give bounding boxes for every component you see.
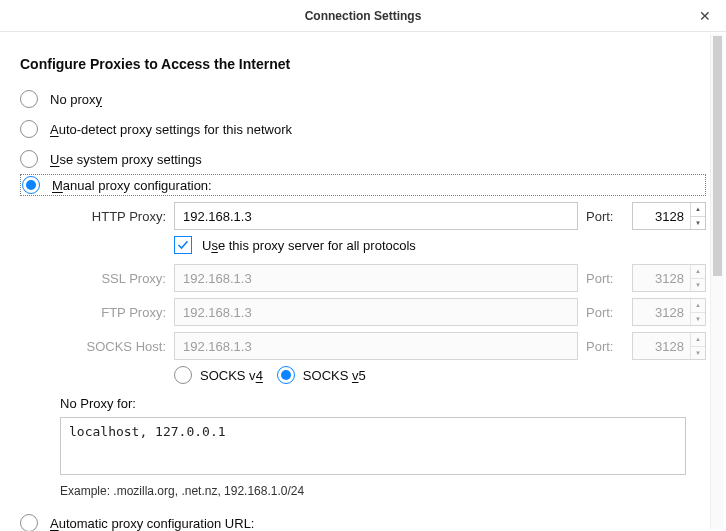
option-manual-proxy[interactable]: Manual proxy configuration:	[20, 174, 706, 196]
option-label: Automatic proxy configuration URL:	[50, 516, 254, 531]
option-socks-v5[interactable]: SOCKS v5	[277, 366, 366, 384]
spinner-down-icon: ▼	[691, 279, 705, 292]
titlebar: Connection Settings ✕	[0, 0, 726, 32]
option-no-proxy[interactable]: No proxy	[20, 84, 706, 114]
scroll-area: Configure Proxies to Access the Internet…	[0, 32, 726, 531]
socks-port-value: 3128	[633, 333, 690, 359]
ftp-port-value: 3128	[633, 299, 690, 325]
option-system-proxy[interactable]: Use system proxy settings	[20, 144, 706, 174]
manual-proxy-rows: HTTP Proxy: Port: 3128 ▲ ▼ Use this prox…	[60, 202, 706, 498]
option-auto-detect[interactable]: Auto-detect proxy settings for this netw…	[20, 114, 706, 144]
ssl-proxy-host-input	[174, 264, 578, 292]
spinner-buttons: ▲ ▼	[690, 203, 705, 229]
no-proxy-for-input[interactable]	[60, 417, 686, 475]
spinner-up-icon: ▲	[691, 333, 705, 347]
ssl-port-value: 3128	[633, 265, 690, 291]
socks-port-label: Port:	[586, 339, 624, 354]
http-proxy-host-input[interactable]	[174, 202, 578, 230]
ssl-port-label: Port:	[586, 271, 624, 286]
spinner-up-icon: ▲	[691, 299, 705, 313]
spinner-up-icon: ▲	[691, 265, 705, 279]
http-proxy-row: HTTP Proxy: Port: 3128 ▲ ▼	[60, 202, 706, 230]
spinner-down-icon: ▼	[691, 313, 705, 326]
radio-icon	[20, 120, 38, 138]
ssl-proxy-label: SSL Proxy:	[60, 271, 166, 286]
checkbox-checked-icon	[174, 236, 192, 254]
radio-icon	[174, 366, 192, 384]
ftp-proxy-host-input	[174, 298, 578, 326]
section-heading: Configure Proxies to Access the Internet	[20, 56, 706, 72]
option-auto-config-url[interactable]: Automatic proxy configuration URL:	[20, 508, 706, 531]
radio-icon	[277, 366, 295, 384]
http-port-label: Port:	[586, 209, 624, 224]
option-label: Use system proxy settings	[50, 152, 202, 167]
radio-icon	[22, 176, 40, 194]
socks-host-label: SOCKS Host:	[60, 339, 166, 354]
option-label: Manual proxy configuration:	[52, 178, 212, 193]
spinner-down-icon: ▼	[691, 347, 705, 360]
scrollbar-thumb[interactable]	[713, 36, 722, 276]
socks-port-spinner: 3128 ▲▼	[632, 332, 706, 360]
ftp-proxy-row: FTP Proxy: Port: 3128 ▲▼	[60, 298, 706, 326]
option-label: SOCKS v5	[303, 368, 366, 383]
spinner-up-icon[interactable]: ▲	[691, 203, 705, 217]
use-same-proxy-row[interactable]: Use this proxy server for all protocols	[174, 236, 706, 254]
http-port-value: 3128	[633, 203, 690, 229]
ssl-proxy-row: SSL Proxy: Port: 3128 ▲▼	[60, 264, 706, 292]
socks-version-row: SOCKS v4 SOCKS v5	[174, 366, 706, 384]
no-proxy-for-label: No Proxy for:	[60, 396, 706, 411]
ssl-port-spinner: 3128 ▲▼	[632, 264, 706, 292]
socks-host-input	[174, 332, 578, 360]
ftp-port-spinner: 3128 ▲▼	[632, 298, 706, 326]
radio-icon	[20, 514, 38, 531]
ftp-proxy-label: FTP Proxy:	[60, 305, 166, 320]
ftp-port-label: Port:	[586, 305, 624, 320]
option-label: No proxy	[50, 92, 102, 107]
http-proxy-label: HTTP Proxy:	[60, 209, 166, 224]
radio-icon	[20, 150, 38, 168]
focus-outline: Manual proxy configuration:	[20, 174, 706, 196]
option-label: Auto-detect proxy settings for this netw…	[50, 122, 292, 137]
http-port-spinner[interactable]: 3128 ▲ ▼	[632, 202, 706, 230]
use-same-proxy-label: Use this proxy server for all protocols	[202, 238, 416, 253]
no-proxy-example: Example: .mozilla.org, .net.nz, 192.168.…	[60, 484, 706, 498]
radio-icon	[20, 90, 38, 108]
window-title: Connection Settings	[0, 9, 726, 23]
vertical-scrollbar[interactable]	[710, 34, 724, 529]
spinner-down-icon[interactable]: ▼	[691, 217, 705, 230]
content-container: Configure Proxies to Access the Internet…	[0, 32, 726, 531]
option-socks-v4[interactable]: SOCKS v4	[174, 366, 263, 384]
socks-host-row: SOCKS Host: Port: 3128 ▲▼	[60, 332, 706, 360]
option-label: SOCKS v4	[200, 368, 263, 383]
